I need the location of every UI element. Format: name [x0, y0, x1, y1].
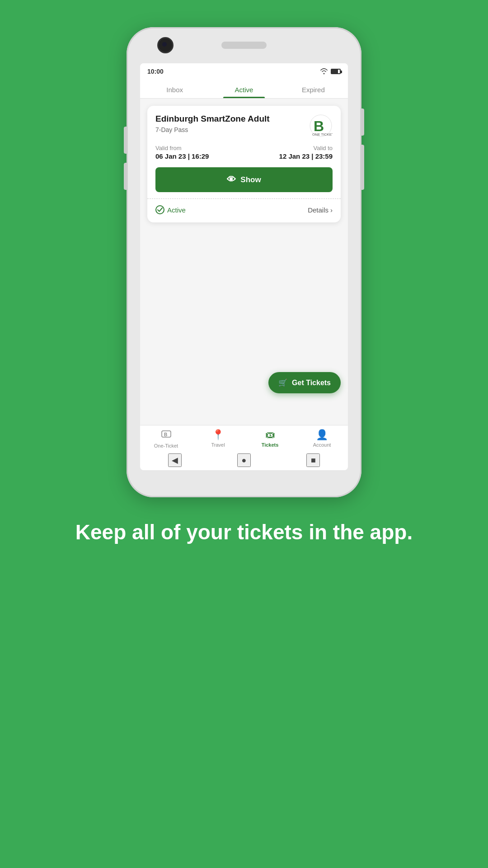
- ticket-subtitle: 7-Day Pass: [155, 126, 270, 133]
- recent-button[interactable]: ■: [306, 453, 320, 467]
- one-ticket-logo: B ONE TICKET: [309, 114, 333, 137]
- travel-nav-icon: 📍: [212, 429, 224, 441]
- system-nav: ◀ ● ■: [140, 450, 348, 470]
- ticket-card: Edinburgh SmartZone Adult 7-Day Pass B O…: [147, 106, 341, 222]
- ticket-header: Edinburgh SmartZone Adult 7-Day Pass B O…: [155, 114, 333, 137]
- svg-text:ONE TICKET: ONE TICKET: [312, 132, 333, 137]
- tab-inbox[interactable]: Inbox: [140, 80, 209, 98]
- cart-icon: 🛒: [278, 378, 287, 387]
- get-tickets-fab[interactable]: 🛒 Get Tickets: [268, 372, 341, 393]
- valid-to-label: Valid to: [279, 145, 333, 151]
- chevron-right-icon: ›: [330, 206, 333, 214]
- status-bar: 10:00: [140, 63, 348, 80]
- valid-from-label: Valid from: [155, 145, 209, 151]
- bottom-nav: B One-Ticket 📍 Travel 🎟 Tickets 👤 Accoun…: [140, 425, 348, 450]
- ticket-title: Edinburgh SmartZone Adult: [155, 114, 270, 124]
- nav-travel[interactable]: 📍 Travel: [192, 429, 244, 448]
- tab-expired[interactable]: Expired: [279, 80, 348, 98]
- ticket-title-block: Edinburgh SmartZone Adult 7-Day Pass: [155, 114, 270, 133]
- tab-bar: Inbox Active Expired: [140, 80, 348, 99]
- eye-icon: 👁: [227, 175, 236, 185]
- status-icons: [320, 68, 341, 75]
- battery-icon: [331, 69, 341, 74]
- phone-side-btn-left: [124, 127, 127, 154]
- nav-tickets[interactable]: 🎟 Tickets: [244, 429, 296, 448]
- tab-active[interactable]: Active: [209, 80, 278, 98]
- nav-account[interactable]: 👤 Account: [296, 429, 348, 448]
- show-button-label: Show: [240, 175, 261, 184]
- tickets-nav-icon: 🎟: [265, 429, 275, 441]
- main-content: Edinburgh SmartZone Adult 7-Day Pass B O…: [140, 99, 348, 425]
- phone-side-btn-right: [361, 108, 364, 136]
- status-label: Active: [167, 206, 186, 214]
- back-button[interactable]: ◀: [168, 453, 182, 467]
- valid-from-value: 06 Jan 23 | 16:29: [155, 152, 209, 160]
- one-ticket-nav-icon: B: [161, 429, 171, 442]
- nav-one-ticket[interactable]: B One-Ticket: [140, 429, 192, 448]
- card-divider: [147, 198, 341, 199]
- account-nav-icon: 👤: [316, 429, 328, 441]
- svg-text:B: B: [314, 118, 324, 134]
- phone-side-btn-right2: [361, 145, 364, 190]
- valid-to-block: Valid to 12 Jan 23 | 23:59: [279, 145, 333, 160]
- phone-camera: [157, 37, 174, 53]
- active-badge: Active: [155, 205, 186, 214]
- phone-speaker: [221, 42, 267, 49]
- details-label: Details: [308, 206, 328, 214]
- valid-from-block: Valid from 06 Jan 23 | 16:29: [155, 145, 209, 160]
- show-button[interactable]: 👁 Show: [155, 167, 333, 192]
- nav-travel-label: Travel: [211, 442, 225, 448]
- home-button[interactable]: ●: [237, 453, 251, 467]
- phone-frame: 10:00 Inbox Active Expired: [127, 27, 361, 497]
- wifi-icon: [320, 68, 328, 75]
- status-time: 10:00: [147, 68, 164, 75]
- fab-label: Get Tickets: [292, 379, 331, 387]
- tagline: Keep all of your tickets in the app.: [39, 520, 449, 545]
- active-circle-icon: [155, 205, 164, 214]
- valid-to-value: 12 Jan 23 | 23:59: [279, 152, 333, 160]
- svg-text:B: B: [164, 432, 167, 437]
- card-footer: Active Details ›: [155, 205, 333, 214]
- nav-tickets-label: Tickets: [262, 442, 279, 448]
- checkmark-icon: [157, 208, 163, 212]
- nav-account-label: Account: [313, 442, 331, 448]
- phone-screen: 10:00 Inbox Active Expired: [140, 63, 348, 470]
- nav-one-ticket-label: One-Ticket: [154, 443, 178, 448]
- phone-side-btn-left2: [124, 163, 127, 190]
- validity-row: Valid from 06 Jan 23 | 16:29 Valid to 12…: [155, 145, 333, 160]
- details-link[interactable]: Details ›: [308, 206, 333, 214]
